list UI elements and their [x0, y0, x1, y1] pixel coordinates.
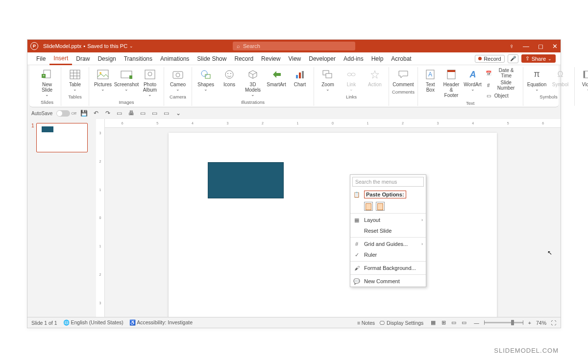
tab-draw[interactable]: Draw: [72, 52, 94, 65]
thumb-number: 1: [31, 123, 34, 152]
svg-rect-3: [70, 70, 80, 79]
cursor-icon: ↖: [547, 249, 552, 256]
pictures-icon: [97, 68, 109, 81]
notes-button[interactable]: ≡ Notes: [357, 320, 375, 326]
tab-file[interactable]: File: [32, 52, 49, 65]
qat-new-slide-icon[interactable]: ▭: [116, 109, 123, 117]
context-search[interactable]: Search the menus: [352, 177, 424, 187]
reset-slide-menu[interactable]: Reset Slide: [350, 225, 426, 236]
screenshot-button[interactable]: Screenshot⌄: [116, 67, 137, 93]
tab-acrobat[interactable]: Acrobat: [387, 52, 415, 65]
layout-menu[interactable]: ▦Layout›: [350, 215, 426, 225]
smartart-button[interactable]: SmartArt: [266, 67, 287, 88]
tab-developer[interactable]: Developer: [305, 52, 340, 65]
tab-animations[interactable]: Animations: [156, 52, 193, 65]
video-icon: [582, 68, 588, 81]
tab-view[interactable]: View: [284, 52, 305, 65]
reading-view-icon[interactable]: ▭: [449, 319, 459, 327]
slidenumber-button[interactable]: #Slide Number: [485, 79, 520, 91]
tab-addins[interactable]: Add-ins: [340, 52, 368, 65]
search-box[interactable]: ⌕ Search: [233, 42, 355, 50]
ribbon: +New Slide⌄ Slides Table⌄ Tables Picture…: [29, 65, 559, 107]
print-icon[interactable]: 🖶: [127, 109, 135, 117]
new-slide-button[interactable]: +New Slide⌄: [36, 67, 58, 98]
autosave-toggle[interactable]: [56, 110, 70, 117]
chevron-down-icon[interactable]: ⌄: [129, 44, 133, 49]
grid-guides-menu[interactable]: #Grid and Guides...›: [350, 239, 426, 249]
slide-area: 6543210123456 Search the menus 📋 Paste O…: [105, 119, 561, 317]
maximize-button[interactable]: ◻: [538, 43, 543, 50]
share-button[interactable]: ⇪Share⌄: [521, 54, 556, 63]
app-window: P SlideModel.pptx • Saved to this PC ⌄ ⌕…: [27, 39, 561, 328]
format-icon: 🖌: [353, 265, 360, 271]
zoom-slider[interactable]: [484, 322, 523, 323]
equation-button[interactable]: πEquation⌄: [526, 67, 548, 93]
tab-record[interactable]: Record: [230, 52, 257, 65]
slide-thumbnail-1[interactable]: [36, 123, 88, 152]
group-links: Zoom⌄ Link⌄ Action Links: [314, 67, 389, 106]
comment-icon: [397, 68, 410, 81]
slide-canvas[interactable]: Search the menus 📋 Paste Options: ↖ ▦Lay…: [169, 133, 497, 317]
new-comment-menu[interactable]: 💬New Comment: [350, 276, 426, 287]
shapes-icon: [199, 68, 212, 81]
qat-dropdown-icon[interactable]: ⌄: [174, 109, 182, 117]
language-selector[interactable]: 🌐 English (United States): [63, 319, 123, 326]
sorter-view-icon[interactable]: ⊞: [439, 319, 448, 327]
qat-icon[interactable]: ▭: [163, 109, 171, 117]
zoom-icon: [321, 68, 334, 81]
tab-design[interactable]: Design: [94, 52, 120, 65]
menu-tabs: File Insert Draw Design Transitions Anim…: [27, 52, 561, 65]
ruler-menu[interactable]: ✓Ruler: [350, 249, 426, 260]
accessibility-status[interactable]: ♿ Accessibility: Investigate: [129, 319, 193, 326]
paste-picture-icon[interactable]: [376, 202, 385, 211]
qat-icon[interactable]: ▭: [139, 109, 147, 117]
datetime-button[interactable]: 📅Date & Time: [485, 67, 520, 79]
video-button[interactable]: Video⌄: [578, 67, 588, 93]
tab-insert[interactable]: Insert: [49, 52, 72, 65]
record-button[interactable]: Record: [475, 55, 504, 63]
fit-window-icon[interactable]: ⛶: [551, 320, 557, 326]
icons-button[interactable]: Icons: [219, 67, 240, 88]
shapes-button[interactable]: Shapes⌄: [195, 67, 217, 93]
cameo-button[interactable]: Cameo⌄: [167, 67, 189, 93]
zoom-out-button[interactable]: —: [474, 320, 479, 326]
normal-view-icon[interactable]: ▦: [428, 319, 438, 327]
undo-icon[interactable]: ↶: [92, 109, 100, 117]
paste-dest-theme-icon[interactable]: [364, 202, 373, 211]
chart-button[interactable]: Chart: [289, 67, 311, 88]
tab-review[interactable]: Review: [257, 52, 284, 65]
svg-point-13: [148, 72, 152, 76]
pictures-button[interactable]: Pictures⌄: [92, 67, 114, 93]
rectangle-shape[interactable]: [208, 162, 284, 198]
zoom-in-button[interactable]: +: [528, 320, 531, 326]
table-button[interactable]: Table⌄: [64, 67, 86, 93]
zoom-button[interactable]: Zoom⌄: [317, 67, 339, 93]
mic-button[interactable]: 🎤: [508, 54, 518, 63]
object-button[interactable]: ▭Object: [485, 92, 510, 99]
display-settings-button[interactable]: 🖵 Display Settings: [380, 320, 423, 326]
comment-button[interactable]: Comment: [392, 67, 414, 88]
photo-album-button[interactable]: Photo Album⌄: [139, 67, 161, 98]
textbox-button[interactable]: AText Box: [421, 67, 440, 94]
tab-help[interactable]: Help: [368, 52, 388, 65]
save-icon[interactable]: 💾: [80, 109, 88, 117]
lightbulb-icon[interactable]: ♀: [509, 43, 514, 50]
slideshow-view-icon[interactable]: ▭: [459, 319, 469, 327]
tab-transitions[interactable]: Transitions: [120, 52, 156, 65]
group-tables: Table⌄ Tables: [61, 67, 89, 106]
wordart-button[interactable]: AWordArt⌄: [463, 67, 483, 93]
tab-slideshow[interactable]: Slide Show: [193, 52, 230, 65]
3d-models-button[interactable]: 3D Models⌄: [242, 67, 264, 98]
header-footer-button[interactable]: Header & Footer: [442, 67, 461, 99]
filename: SlideModel.pptx: [43, 43, 81, 49]
search-icon: ⌕: [237, 43, 240, 49]
qat-icon[interactable]: ▭: [151, 109, 159, 117]
minimize-button[interactable]: —: [523, 43, 529, 50]
close-button[interactable]: ✕: [552, 43, 558, 50]
zoom-level[interactable]: 74%: [536, 320, 546, 326]
redo-icon[interactable]: ↷: [104, 109, 112, 117]
cube-icon: [246, 68, 259, 81]
photo-album-icon: [144, 68, 156, 81]
slide-counter[interactable]: Slide 1 of 1: [31, 320, 57, 326]
format-background-menu[interactable]: 🖌Format Background...: [350, 263, 426, 273]
